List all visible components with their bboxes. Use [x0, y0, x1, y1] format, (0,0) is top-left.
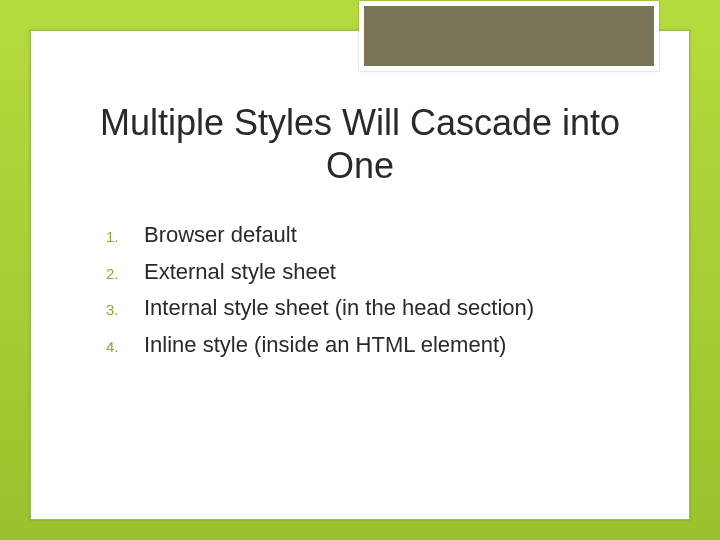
list-number: 4. [106, 338, 144, 355]
list-text: Browser default [144, 221, 297, 250]
slide-background: Multiple Styles Will Cascade into One 1.… [0, 0, 720, 540]
list-text: Internal style sheet (in the head sectio… [144, 294, 534, 323]
list-text: External style sheet [144, 258, 336, 287]
ordered-list: 1. Browser default 2. External style she… [106, 221, 649, 367]
list-item: 1. Browser default [106, 221, 649, 250]
header-accent-box [359, 1, 659, 71]
list-number: 3. [106, 301, 144, 318]
list-number: 2. [106, 265, 144, 282]
list-item: 4. Inline style (inside an HTML element) [106, 331, 649, 360]
list-text: Inline style (inside an HTML element) [144, 331, 506, 360]
list-number: 1. [106, 228, 144, 245]
list-item: 3. Internal style sheet (in the head sec… [106, 294, 649, 323]
slide-title: Multiple Styles Will Cascade into One [71, 101, 649, 187]
content-card: Multiple Styles Will Cascade into One 1.… [30, 30, 690, 520]
list-item: 2. External style sheet [106, 258, 649, 287]
